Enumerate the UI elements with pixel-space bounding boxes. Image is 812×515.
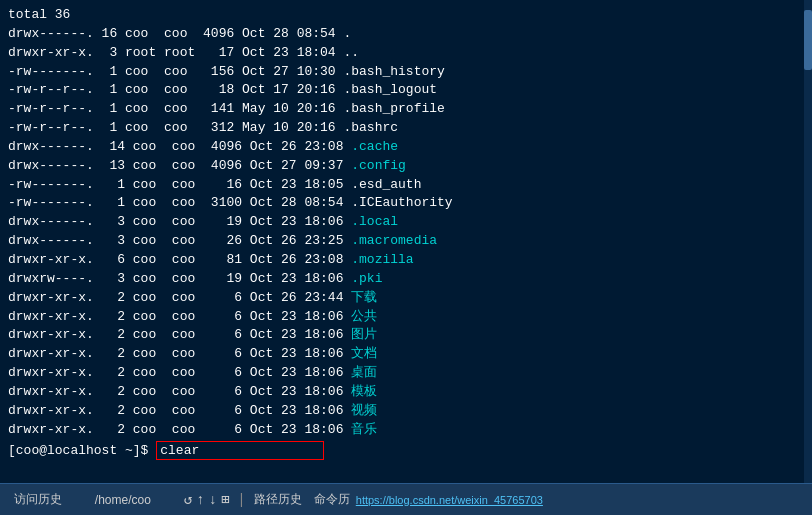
terminal-line: drwxr-xr-x. 2 coo coo 6 Oct 23 18:06 桌面 (8, 364, 804, 383)
terminal-line: drwxr-xr-x. 2 coo coo 6 Oct 23 18:06 文档 (8, 345, 804, 364)
status-cmd-history[interactable]: 命令历 (308, 491, 356, 508)
terminal-line: drwx------. 16 coo coo 4096 Oct 28 08:54… (8, 25, 804, 44)
terminal-line: drwxr-xr-x. 2 coo coo 6 Oct 26 23:44 下载 (8, 289, 804, 308)
terminal-line: -rw-r--r--. 1 coo coo 18 Oct 17 20:16 .b… (8, 81, 804, 100)
nav-icons: ↺ ↑ ↓ ⊞ (178, 491, 236, 508)
refresh-icon[interactable]: ↺ (184, 491, 192, 508)
terminal-line: drwxr-xr-x. 3 root root 17 Oct 23 18:04 … (8, 44, 804, 63)
prompt-text: [coo@localhost ~]$ (8, 443, 156, 458)
scrollbar-thumb[interactable] (804, 10, 812, 70)
terminal-output: total 36drwx------. 16 coo coo 4096 Oct … (8, 6, 804, 439)
terminal-line: drwxr-xr-x. 2 coo coo 6 Oct 23 18:06 图片 (8, 326, 804, 345)
prompt-line: [coo@localhost ~]$ (8, 441, 804, 460)
terminal-line: drwxr-xr-x. 2 coo coo 6 Oct 23 18:06 公共 (8, 308, 804, 327)
status-path-history[interactable]: 路径历史 (248, 491, 308, 508)
grid-icon[interactable]: ⊞ (221, 491, 229, 508)
terminal-line: drwx------. 13 coo coo 4096 Oct 27 09:37… (8, 157, 804, 176)
terminal-line: -rw-r--r--. 1 coo coo 312 May 10 20:16 .… (8, 119, 804, 138)
up-icon[interactable]: ↑ (196, 492, 204, 508)
status-history-link[interactable]: 访问历史 (8, 491, 68, 508)
terminal-line: -rw-r--r--. 1 coo coo 141 May 10 20:16 .… (8, 100, 804, 119)
down-icon[interactable]: ↓ (209, 492, 217, 508)
status-path: /home/coo (89, 493, 157, 507)
terminal-line: drwxr-xr-x. 2 coo coo 6 Oct 23 18:06 模板 (8, 383, 804, 402)
terminal-line: -rw-------. 1 coo coo 156 Oct 27 10:30 .… (8, 63, 804, 82)
terminal-line: drwx------. 14 coo coo 4096 Oct 26 23:08… (8, 138, 804, 157)
terminal-area: total 36drwx------. 16 coo coo 4096 Oct … (0, 0, 812, 483)
terminal-line: drwx------. 3 coo coo 26 Oct 26 23:25 .m… (8, 232, 804, 251)
terminal-line: drwx------. 3 coo coo 19 Oct 23 18:06 .l… (8, 213, 804, 232)
terminal-line: total 36 (8, 6, 804, 25)
statusbar: 访问历史 /home/coo ↺ ↑ ↓ ⊞ | 路径历史 命令历 https:… (0, 483, 812, 515)
terminal-line: -rw-------. 1 coo coo 3100 Oct 28 08:54 … (8, 194, 804, 213)
terminal-line: drwxr-xr-x. 6 coo coo 81 Oct 26 23:08 .m… (8, 251, 804, 270)
command-input[interactable] (156, 441, 324, 460)
terminal-line: drwxr-xr-x. 2 coo coo 6 Oct 23 18:06 音乐 (8, 421, 804, 440)
terminal-line: drwxr-xr-x. 2 coo coo 6 Oct 23 18:06 视频 (8, 402, 804, 421)
scrollbar[interactable] (804, 0, 812, 483)
terminal-line: drwxrw----. 3 coo coo 19 Oct 23 18:06 .p… (8, 270, 804, 289)
status-url[interactable]: https://blog.csdn.net/weixin_45765703 (356, 494, 543, 506)
terminal-line: -rw-------. 1 coo coo 16 Oct 23 18:05 .e… (8, 176, 804, 195)
